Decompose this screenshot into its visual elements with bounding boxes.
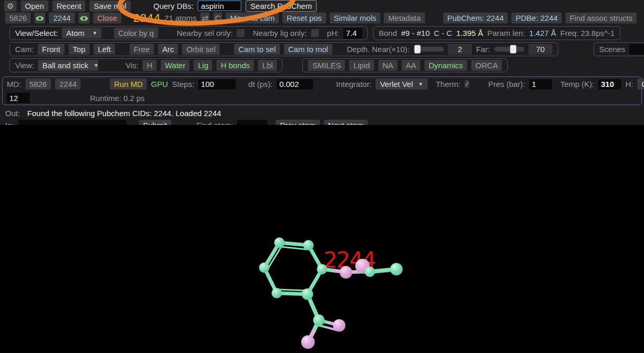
find-assoc-structs-button[interactable]: Find assoc structs <box>565 12 637 23</box>
smiles-button[interactable]: SMILES <box>308 60 345 71</box>
bond-label: Bond <box>379 29 397 37</box>
color-by-q-button[interactable]: Color by q <box>114 28 158 39</box>
dt-label: dt (ps): <box>248 80 273 89</box>
panels-group: SMILES Lipid NA AA Dynamics ORCA <box>302 58 508 72</box>
swap-icon[interactable]: ⇄ <box>200 12 210 23</box>
aspirin-molecule: 2244 <box>0 125 644 353</box>
md-id-5826-button[interactable]: 5826 <box>25 79 51 90</box>
oxygen-atom[interactable] <box>340 266 352 279</box>
recent-button[interactable]: Recent <box>53 1 86 11</box>
md-id-2244-button[interactable]: 2244 <box>55 79 81 90</box>
orbit-sel-button[interactable]: Orbit sel <box>182 44 220 55</box>
gear-icon[interactable]: ⚙ <box>4 1 17 11</box>
vis-water-toggle[interactable]: Water <box>161 60 189 71</box>
refresh-icon[interactable]: C <box>213 12 222 23</box>
param-len-value: 1.427 Å <box>529 29 556 37</box>
cam-arc-button[interactable]: Arc <box>158 44 178 55</box>
representation-group: View: Ball and stick Vis: H Water Lig H … <box>9 58 282 72</box>
h-constraint-value: Constrained <box>641 80 644 89</box>
far-slider-thumb[interactable] <box>510 45 517 54</box>
cam-top-button[interactable]: Top <box>69 44 89 55</box>
eye-icon[interactable] <box>79 12 89 23</box>
therm-checkbox[interactable] <box>465 80 469 88</box>
save-mol-button[interactable]: Save mol <box>89 1 131 11</box>
vis-label: Vis: <box>125 61 138 70</box>
integrator-value: Verlet Vel <box>380 80 413 89</box>
reset-pos-button[interactable]: Reset pos <box>282 12 326 23</box>
therm-label: Therm: <box>436 80 461 89</box>
bond-freq: Freq: 23.8ps^-1 <box>560 29 615 37</box>
solvent-pad-input[interactable] <box>7 93 30 103</box>
carbon-atom[interactable] <box>259 262 269 273</box>
h-constraint-dropdown[interactable]: Constrained <box>637 79 644 90</box>
cam-free-button[interactable]: Free <box>130 44 154 55</box>
ph-input[interactable] <box>343 28 362 39</box>
scene-name-input[interactable] <box>629 44 644 55</box>
oxygen-atom[interactable] <box>333 319 345 332</box>
mol-id-button-2244[interactable]: 2244 <box>49 12 74 23</box>
near-value: 2 <box>448 44 472 55</box>
carbon-atom[interactable] <box>303 240 314 250</box>
cam-to-sel-button[interactable]: Cam to sel <box>234 44 280 55</box>
select-mode-value: Atom <box>66 29 84 37</box>
move-to-cam-button[interactable]: Move to cam <box>226 12 279 23</box>
pubchem-link-button[interactable]: PubChem: 2244 <box>443 12 508 23</box>
carbon-atom[interactable] <box>313 314 325 326</box>
cam-to-mol-button[interactable]: Cam to mol <box>284 44 332 55</box>
carbon-atom[interactable] <box>365 267 375 277</box>
open-button[interactable]: Open <box>21 1 48 11</box>
carbon-atom[interactable] <box>302 288 313 300</box>
scenes-group: Scenes Save None <box>594 42 644 56</box>
near-slider[interactable] <box>414 47 444 52</box>
pdbe-link-button[interactable]: PDBe: 2244 <box>511 12 562 23</box>
dt-input[interactable] <box>277 79 313 90</box>
nearby-lig-checkbox[interactable] <box>311 29 319 37</box>
metadata-button[interactable]: Metadata <box>384 12 425 23</box>
na-button[interactable]: NA <box>378 60 397 71</box>
vis-lig-toggle[interactable]: Lig <box>194 60 212 71</box>
far-label: Far: <box>476 45 490 54</box>
vis-h-toggle[interactable]: H <box>143 60 157 71</box>
select-mode-dropdown[interactable]: Atom <box>62 28 101 39</box>
query-input[interactable] <box>198 1 241 11</box>
steps-input[interactable] <box>198 79 236 90</box>
near-slider-thumb[interactable] <box>414 45 421 54</box>
ph-label: pH: <box>327 29 339 37</box>
vis-hbonds-toggle[interactable]: H bonds <box>216 60 254 71</box>
bond-length: 1.395 Å <box>456 29 483 37</box>
lipid-button[interactable]: Lipid <box>349 60 374 71</box>
orca-button[interactable]: ORCA <box>471 60 502 71</box>
pres-label: Pres (bar): <box>488 80 525 89</box>
molecule-viewport[interactable]: 2244 <box>0 125 644 353</box>
integrator-dropdown[interactable]: Verlet Vel <box>376 79 427 90</box>
run-md-button[interactable]: Run MD <box>110 79 147 90</box>
atom-count: 21 atoms <box>164 14 197 22</box>
mol-id-button-5826[interactable]: 5826 <box>5 12 31 23</box>
cam-front-button[interactable]: Front <box>38 44 65 55</box>
representation-dropdown[interactable]: Ball and stick <box>38 60 98 71</box>
eye-icon[interactable] <box>34 12 45 23</box>
bond-info-group: Bond #9 - #10 C - C 1.395 Å Param len: 1… <box>373 26 621 40</box>
pres-input[interactable] <box>529 79 552 90</box>
carbon-atom[interactable] <box>390 263 403 275</box>
dynamics-button[interactable]: Dynamics <box>424 60 467 71</box>
view-select-group: View/Select: Atom Color by q Nearby sel … <box>9 26 368 40</box>
gpu-toggle[interactable]: GPU <box>151 80 168 89</box>
nearby-sel-checkbox[interactable] <box>237 29 244 37</box>
search-pubchem-button[interactable]: Search PubChem <box>246 0 316 12</box>
temp-input[interactable] <box>598 79 621 90</box>
far-value: 70 <box>529 44 552 55</box>
aa-button[interactable]: AA <box>402 60 420 71</box>
similar-mols-button[interactable]: Similar mols <box>330 12 381 23</box>
cam-left-button[interactable]: Left <box>94 44 115 55</box>
view-select-label: View/Select: <box>15 29 58 37</box>
out-message: Found the following Pubchem CIDs: 2244. … <box>27 109 221 118</box>
vis-lbl-toggle[interactable]: Lbl <box>258 60 277 71</box>
select-row: View/Select: Atom Color by q Nearby sel … <box>0 26 644 40</box>
oxygen-atom[interactable] <box>301 335 315 349</box>
carbon-atom[interactable] <box>272 288 282 298</box>
carbon-atom[interactable] <box>317 264 327 274</box>
far-slider[interactable] <box>494 47 524 52</box>
carbon-atom[interactable] <box>274 237 285 248</box>
close-button[interactable]: Close <box>93 12 121 23</box>
